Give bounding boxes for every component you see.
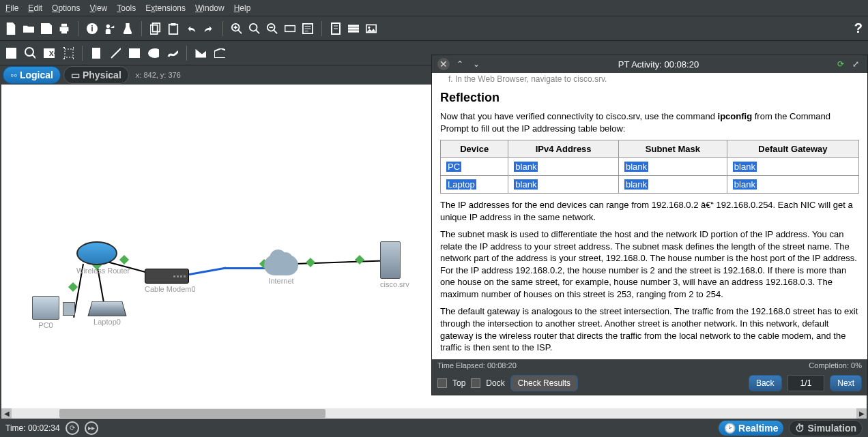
svg-rect-28 <box>348 27 359 29</box>
lab-icon[interactable] <box>122 23 133 34</box>
print-icon[interactable] <box>59 23 70 34</box>
physical-icon: ▭ <box>71 70 80 80</box>
fast-forward-icon[interactable]: ▸▸ <box>85 421 98 435</box>
check-results-button[interactable]: Check Results <box>510 375 578 391</box>
device-internet-cloud[interactable]: Internet <box>264 255 298 285</box>
device-pc0[interactable]: PC0 <box>32 296 59 329</box>
svg-rect-27 <box>348 25 359 27</box>
cell-blank: blank <box>733 179 757 190</box>
device-wireless-router[interactable]: Wireless Router <box>76 241 130 275</box>
svg-rect-1 <box>61 23 67 26</box>
cell-laptop: Laptop <box>446 179 476 190</box>
clock-icon: 🕑 <box>724 423 736 434</box>
complex-pdu-icon[interactable] <box>214 48 225 59</box>
line-tool-icon[interactable] <box>110 48 121 59</box>
activity-title: PT Activity: 00:08:20 <box>487 59 830 70</box>
simulation-mode-button[interactable]: ⏱ Simulation <box>789 420 863 436</box>
table-row: Laptop blank blank blank <box>441 176 859 194</box>
redo-icon[interactable] <box>203 23 214 34</box>
th-mask: Subnet Mask <box>618 140 727 158</box>
th-ipv4: IPv4 Address <box>508 140 619 158</box>
freeform-tool-icon[interactable] <box>167 48 178 59</box>
rectangle-tool-icon[interactable] <box>129 48 140 59</box>
close-icon[interactable]: ✕ <box>437 58 450 70</box>
device-cisco-server[interactable]: cisco.srv <box>380 241 409 288</box>
menu-file[interactable]: File <box>5 3 18 13</box>
copy-icon[interactable] <box>150 23 161 34</box>
collapse-up-icon[interactable]: ⌃ <box>454 58 466 70</box>
refresh-icon[interactable]: ⟳ <box>835 58 847 70</box>
device-cable-modem[interactable]: Cable Modem0 <box>145 269 196 293</box>
time-elapsed: Time Elapsed: 00:08:20 <box>437 361 517 370</box>
svg-rect-6 <box>150 25 158 33</box>
resize-tool-icon[interactable] <box>63 48 74 59</box>
cell-blank: blank <box>624 162 648 172</box>
notes-icon[interactable] <box>330 23 341 34</box>
realtime-mode-button[interactable]: 🕑 Realtime <box>719 421 783 436</box>
description-icon[interactable] <box>302 23 313 34</box>
page-indicator: 1/1 <box>787 375 825 391</box>
menu-window[interactable]: Window <box>195 3 225 13</box>
zoom-out-icon[interactable] <box>267 23 278 34</box>
select-tool-icon[interactable] <box>5 48 16 59</box>
completion-percent: Completion: 0% <box>809 361 862 370</box>
info-icon[interactable]: i <box>87 23 98 34</box>
device-laptop0[interactable]: Laptop0 <box>90 299 124 326</box>
paste-icon[interactable] <box>168 23 179 34</box>
image-icon[interactable] <box>366 23 377 34</box>
inspect-tool-icon[interactable] <box>25 48 35 59</box>
ip-addressing-table: Device IPv4 Address Subnet Mask Default … <box>440 140 859 194</box>
reflection-p2: The subnet mask is used to differentiate… <box>440 228 859 300</box>
scroll-left-icon[interactable]: ◀ <box>1 408 12 419</box>
menu-view[interactable]: View <box>89 3 107 13</box>
note-tool-icon[interactable] <box>91 48 102 59</box>
expand-down-icon[interactable]: ⌄ <box>470 58 482 70</box>
main-toolbar: i ? <box>0 16 868 41</box>
tab-logical[interactable]: ◦◦ Logical <box>3 66 61 84</box>
truncated-step: f. In the Web Browser, navigate to cisco… <box>440 73 859 88</box>
delete-tool-icon[interactable]: x <box>44 48 55 59</box>
menu-options[interactable]: Options <box>52 3 80 13</box>
help-icon[interactable]: ? <box>854 20 863 36</box>
menu-help[interactable]: Help <box>234 3 251 13</box>
dock-label: Dock <box>486 378 504 388</box>
svg-rect-36 <box>65 49 73 57</box>
logical-icon: ◦◦ <box>10 70 17 80</box>
menu-tools[interactable]: Tools <box>117 3 136 13</box>
svg-rect-39 <box>129 48 140 58</box>
scroll-thumb[interactable] <box>59 409 326 418</box>
new-file-icon[interactable] <box>5 23 16 34</box>
viewport-icon[interactable] <box>285 23 295 34</box>
svg-rect-32 <box>6 48 16 59</box>
menu-extensions[interactable]: Extensions <box>145 3 186 13</box>
svg-line-38 <box>111 48 121 58</box>
simple-pdu-icon[interactable] <box>195 48 206 59</box>
expand-icon[interactable]: ⤢ <box>850 58 862 70</box>
horizontal-scrollbar[interactable]: ◀ ▶ <box>1 408 867 419</box>
tab-physical[interactable]: ▭ Physical <box>63 66 129 84</box>
zoom-in-icon[interactable] <box>231 23 242 34</box>
open-folder-icon[interactable] <box>23 23 34 34</box>
svg-line-34 <box>32 55 35 59</box>
scroll-track[interactable] <box>12 408 856 419</box>
top-checkbox[interactable] <box>437 378 447 388</box>
menu-bar: File Edit Options View Tools Extensions … <box>0 0 868 16</box>
undo-icon[interactable] <box>186 23 197 34</box>
power-cycle-icon[interactable]: ⟳ <box>66 421 79 435</box>
next-button[interactable]: Next <box>830 375 862 391</box>
tab-physical-label: Physical <box>83 70 121 80</box>
save-icon[interactable] <box>41 23 52 34</box>
status-bar: Time: 00:02:34 ⟳ ▸▸ 🕑 Realtime ⏱ Simulat… <box>0 419 868 437</box>
dock-checkbox[interactable] <box>471 378 480 388</box>
sim-time: Time: 00:02:34 <box>5 423 60 433</box>
ellipse-tool-icon[interactable] <box>148 48 159 59</box>
back-button[interactable]: Back <box>749 375 782 391</box>
activity-wizard-icon[interactable] <box>104 23 115 34</box>
scroll-right-icon[interactable]: ▶ <box>856 408 867 419</box>
menu-edit[interactable]: Edit <box>28 3 42 13</box>
stack-icon[interactable] <box>348 23 359 34</box>
activity-header: ✕ ⌃ ⌄ PT Activity: 00:08:20 ⟳ ⤢ <box>432 55 867 73</box>
activity-content[interactable]: f. In the Web Browser, navigate to cisco… <box>432 73 867 359</box>
zoom-reset-icon[interactable] <box>249 23 260 34</box>
th-device: Device <box>441 140 508 158</box>
